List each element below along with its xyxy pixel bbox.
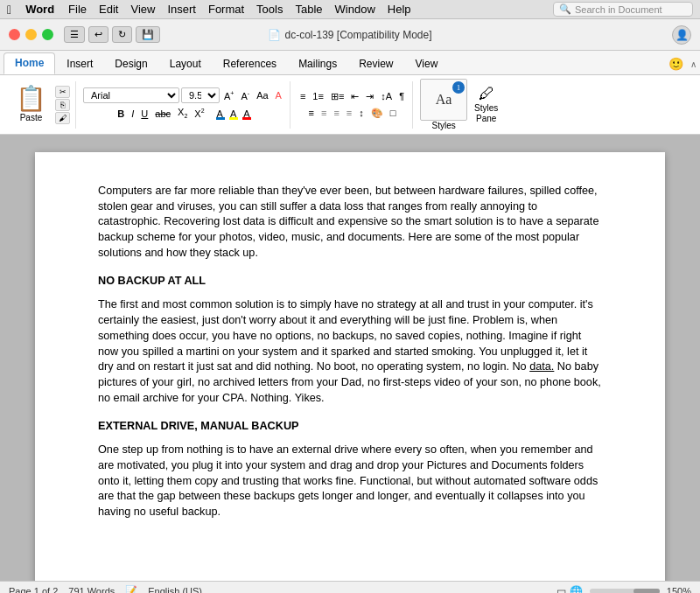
- paste-button[interactable]: 📋 Paste: [10, 85, 52, 124]
- menu-format[interactable]: Format: [208, 3, 244, 16]
- tab-view[interactable]: View: [405, 54, 449, 74]
- cut-button[interactable]: ✂: [55, 86, 70, 98]
- title-bar: ☰ ↩ ↻ 💾 📄 dc-col-139 [Compatibility Mode…: [0, 19, 700, 51]
- title-bar-icons: ☰ ↩ ↻ 💾: [64, 26, 160, 43]
- paragraph-section: ≡ 1≡ ⊞≡ ⇤ ⇥ ↕A ¶ ≡ ≡ ≡ ≡ ↕ 🎨 □: [292, 81, 413, 129]
- tab-home[interactable]: Home: [4, 52, 55, 74]
- menu-help[interactable]: Help: [388, 3, 411, 16]
- shading-button[interactable]: A: [241, 107, 252, 121]
- menu-table[interactable]: Table: [295, 3, 322, 16]
- tab-review[interactable]: Review: [348, 54, 403, 74]
- undo-button[interactable]: ↩: [88, 26, 108, 43]
- ribbon-tabs: Home Insert Design Layout References Mai…: [0, 51, 700, 75]
- bold-button[interactable]: B: [115, 107, 127, 121]
- close-button[interactable]: [9, 29, 20, 40]
- profile-button[interactable]: 👤: [672, 25, 691, 45]
- styles-box[interactable]: Aa 1: [420, 79, 467, 121]
- increase-indent-button[interactable]: ⇥: [363, 89, 376, 104]
- align-right-button[interactable]: ≡: [331, 106, 341, 120]
- decrease-indent-button[interactable]: ⇤: [348, 89, 361, 104]
- styles-badge: 1: [452, 81, 465, 94]
- text-effects-button[interactable]: A: [273, 88, 284, 102]
- tab-insert[interactable]: Insert: [56, 54, 103, 74]
- underlined-data: data.: [529, 360, 554, 373]
- search-placeholder: Search in Document: [575, 4, 662, 15]
- highlight-button[interactable]: A: [228, 107, 239, 121]
- menu-file[interactable]: File: [68, 3, 87, 16]
- borders-button[interactable]: □: [388, 106, 399, 120]
- section2-heading: EXTERNAL DRIVE, MANUAL BACKUP: [98, 419, 602, 435]
- apple-icon[interactable]: : [7, 3, 11, 17]
- zoom-level: 150%: [667, 586, 691, 594]
- numbering-button[interactable]: 1≡: [310, 89, 326, 103]
- tab-mailings[interactable]: Mailings: [288, 54, 347, 74]
- paste-icon: 📋: [16, 87, 46, 111]
- emoji-button[interactable]: 🙂: [668, 57, 683, 71]
- sidebar-toggle[interactable]: ☰: [64, 26, 85, 43]
- styles-pane-label: StylesPane: [474, 103, 498, 124]
- menu-tools[interactable]: Tools: [256, 3, 283, 16]
- styles-pane-button[interactable]: 🖊 StylesPane: [474, 85, 498, 124]
- font-shrink-button[interactable]: A-: [238, 88, 252, 103]
- proofing-icon[interactable]: 📝: [125, 585, 137, 593]
- word-count: 791 Words: [68, 586, 115, 594]
- multilevel-list-button[interactable]: ⊞≡: [328, 89, 346, 104]
- tab-layout[interactable]: Layout: [159, 54, 212, 74]
- styles-gallery[interactable]: Aa 1 Styles: [420, 79, 467, 130]
- status-bar: Page 1 of 2 791 Words 📝 English (US) ▭ 🌐…: [0, 581, 700, 593]
- section1-body: The first and most common solution is to…: [98, 297, 602, 406]
- justify-button[interactable]: ≡: [344, 106, 354, 120]
- tab-references[interactable]: References: [213, 54, 287, 74]
- autosave-button[interactable]: 💾: [136, 26, 160, 43]
- print-view-icon[interactable]: ▭: [556, 585, 566, 594]
- status-left: Page 1 of 2 791 Words 📝 English (US): [9, 585, 202, 593]
- subscript-button[interactable]: X2: [175, 105, 190, 121]
- app-name: Word: [25, 3, 54, 16]
- bullets-button[interactable]: ≡: [298, 89, 308, 103]
- underline-button[interactable]: U: [138, 107, 150, 121]
- tab-design[interactable]: Design: [104, 54, 158, 74]
- font-grow-button[interactable]: A+: [221, 88, 236, 103]
- page-content: Computers are far more reliable than the…: [98, 184, 602, 520]
- status-right: ▭ 🌐 150%: [556, 585, 691, 594]
- line-spacing-button[interactable]: ↕: [356, 106, 367, 120]
- show-formatting-button[interactable]: ¶: [396, 89, 407, 103]
- copy-button[interactable]: ⎘: [55, 99, 70, 111]
- minimize-button[interactable]: [25, 29, 37, 40]
- menu-view[interactable]: View: [130, 3, 155, 16]
- styles-pane-icon: 🖊: [479, 85, 494, 103]
- redo-button[interactable]: ↻: [112, 26, 132, 43]
- doc-icon: 📄: [268, 29, 281, 41]
- page: Computers are far more reliable than the…: [35, 152, 665, 581]
- menu-right: 🔍 Search in Document: [553, 2, 693, 17]
- document-title: 📄 dc-col-139 [Compatibility Mode]: [268, 29, 431, 41]
- menu-insert[interactable]: Insert: [167, 3, 196, 16]
- search-box[interactable]: 🔍 Search in Document: [553, 2, 693, 17]
- superscript-button[interactable]: X2: [192, 106, 206, 121]
- font-size-select[interactable]: 9.5: [181, 87, 220, 103]
- para-row-1: ≡ 1≡ ⊞≡ ⇤ ⇥ ↕A ¶: [298, 89, 407, 104]
- ribbon-tab-right: 🙂 ∧: [668, 57, 696, 74]
- scroll-track[interactable]: [590, 589, 660, 594]
- font-color-button[interactable]: A: [214, 107, 226, 121]
- view-icons: ▭ 🌐: [556, 585, 583, 594]
- format-painter-button[interactable]: 🖌: [55, 112, 70, 124]
- menu-bar:  Word File Edit View Insert Format Tool…: [0, 0, 700, 19]
- change-case-button[interactable]: Aa: [254, 88, 270, 102]
- italic-button[interactable]: I: [129, 107, 136, 121]
- menu-window[interactable]: Window: [335, 3, 375, 16]
- collapse-ribbon-button[interactable]: ∧: [690, 59, 696, 69]
- menu-edit[interactable]: Edit: [99, 3, 118, 16]
- web-view-icon[interactable]: 🌐: [570, 585, 583, 594]
- sort-button[interactable]: ↕A: [378, 89, 395, 103]
- font-section: Arial 9.5 A+ A- Aa A B I U abc X2 X2 A A: [78, 81, 290, 129]
- page-info: Page 1 of 2: [9, 586, 58, 594]
- strikethrough-button[interactable]: abc: [152, 107, 173, 121]
- right-title-icons: 👤: [672, 25, 691, 45]
- font-name-select[interactable]: Arial: [83, 87, 179, 103]
- align-left-button[interactable]: ≡: [306, 106, 317, 120]
- window-controls: [9, 29, 53, 40]
- align-center-button[interactable]: ≡: [318, 106, 329, 120]
- maximize-button[interactable]: [42, 29, 53, 40]
- shading-para-button[interactable]: 🎨: [368, 106, 386, 121]
